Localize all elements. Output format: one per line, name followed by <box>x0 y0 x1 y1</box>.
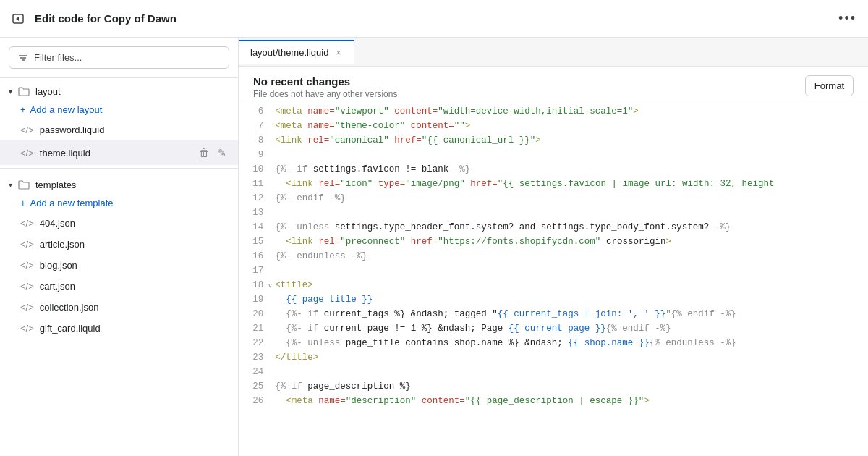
line-code: <meta name="viewport" content="width=dev… <box>275 104 868 119</box>
back-button[interactable] <box>12 12 26 26</box>
format-button[interactable]: Format <box>805 75 854 96</box>
file-code-icon: </> <box>20 218 34 229</box>
file-item-article-json[interactable]: </> article.json <box>0 234 238 255</box>
table-row: 8 <link rel="canonical" href="{{ canonic… <box>239 133 868 148</box>
table-row: 19 {{ page_title }} <box>239 292 868 307</box>
file-item-password-liquid[interactable]: </> password.liquid <box>0 119 238 140</box>
delete-file-button[interactable]: 🗑 <box>196 145 212 160</box>
chevron-down-icon: ▾ <box>9 181 12 189</box>
file-name: password.liquid <box>40 124 229 135</box>
file-item-collection-json[interactable]: </> collection.json <box>0 297 238 318</box>
table-row: 24 <box>239 365 868 379</box>
line-number: 26 <box>239 394 275 408</box>
line-code: <meta name="theme-color" content=""> <box>275 119 868 133</box>
tab-close-button[interactable]: × <box>334 48 342 58</box>
line-number: 17 <box>239 263 275 278</box>
line-code: {%- endif -%} <box>275 191 868 206</box>
line-code: {{ page_title }} <box>275 292 868 307</box>
line-code: <link rel="icon" type="image/png" href="… <box>275 177 868 191</box>
editor-panel: layout/theme.liquid × No recent changes … <box>239 38 868 456</box>
table-row: 9 <box>239 148 868 162</box>
file-actions: 🗑 ✎ <box>196 145 229 160</box>
table-row: 22 {%- unless page_title contains shop.n… <box>239 336 868 350</box>
line-code: {%- if settings.favicon != blank -%} <box>275 162 868 177</box>
table-row: 6 <meta name="viewport" content="width=d… <box>239 104 868 119</box>
add-template-icon: + <box>20 198 26 208</box>
line-number: 23 <box>239 350 275 365</box>
header: Edit code for Copy of Dawn ••• <box>0 0 868 38</box>
edit-file-button[interactable]: ✎ <box>215 145 229 160</box>
section-templates-label: templates <box>35 180 76 190</box>
no-changes-subtitle: File does not have any other versions <box>253 89 397 99</box>
sidebar: Filter files... ▾ layout + Add a new lay… <box>0 38 239 456</box>
line-number: 9 <box>239 148 275 162</box>
code-editor[interactable]: 6 <meta name="viewport" content="width=d… <box>239 104 868 456</box>
add-template-label: Add a new template <box>30 198 114 208</box>
add-layout-link[interactable]: + Add a new layout <box>0 100 238 119</box>
file-item-gift-card-liquid[interactable]: </> gift_card.liquid <box>0 318 238 339</box>
line-code: {%- if current_page != 1 %} &ndash; Page… <box>275 321 868 336</box>
line-code <box>275 365 868 379</box>
add-template-link[interactable]: + Add a new template <box>0 193 238 213</box>
no-changes-info: No recent changes File does not have any… <box>253 75 397 99</box>
line-code <box>275 148 868 162</box>
file-name: gift_card.liquid <box>40 323 229 334</box>
section-layout-header[interactable]: ▾ layout <box>0 78 238 100</box>
filter-input[interactable]: Filter files... <box>9 46 229 69</box>
file-name: article.json <box>40 239 229 250</box>
section-layout: ▾ layout + Add a new layout </> password… <box>0 78 238 165</box>
line-code: {%- unless page_title contains shop.name… <box>275 336 868 350</box>
file-item-theme-liquid[interactable]: </> theme.liquid 🗑 ✎ <box>0 140 238 165</box>
add-layout-label: Add a new layout <box>30 104 103 115</box>
section-templates-header[interactable]: ▾ templates <box>0 172 238 193</box>
table-row: 13 <box>239 206 868 220</box>
line-code: {% if page_description %} <box>275 379 868 394</box>
add-layout-icon: + <box>20 104 26 115</box>
table-row: 11 <link rel="icon" type="image/png" hre… <box>239 177 868 191</box>
page-title: Edit code for Copy of Dawn <box>35 12 830 25</box>
table-row: 17 <box>239 263 868 278</box>
file-code-icon: </> <box>20 148 34 159</box>
filter-placeholder: Filter files... <box>34 52 82 63</box>
table-row: 10 {%- if settings.favicon != blank -%} <box>239 162 868 177</box>
line-number: 12 <box>239 191 275 206</box>
filter-bar: Filter files... <box>0 38 238 78</box>
line-code: <link rel="canonical" href="{{ canonical… <box>275 133 868 148</box>
tab-theme-liquid[interactable]: layout/theme.liquid × <box>239 40 354 64</box>
table-row: 25 {% if page_description %} <box>239 379 868 394</box>
file-code-icon: </> <box>20 124 34 135</box>
file-code-icon: </> <box>20 281 34 292</box>
line-number: 25 <box>239 379 275 394</box>
line-number: 10 <box>239 162 275 177</box>
line-number: 19 <box>239 292 275 307</box>
no-changes-bar: No recent changes File does not have any… <box>239 67 868 104</box>
line-code: {%- if current_tags %} &ndash; tagged "{… <box>275 307 868 321</box>
file-item-blog-json[interactable]: </> blog.json <box>0 255 238 276</box>
line-number: 16 <box>239 249 275 263</box>
section-templates: ▾ templates + Add a new template </> 404… <box>0 172 238 339</box>
file-name: collection.json <box>40 302 229 313</box>
file-name: theme.liquid <box>40 148 190 159</box>
line-code: {%- unless settings.type_header_font.sys… <box>275 220 868 235</box>
more-options-button[interactable]: ••• <box>838 11 856 26</box>
table-row: 14 {%- unless settings.type_header_font.… <box>239 220 868 235</box>
line-number: 15 <box>239 235 275 249</box>
file-name: 404.json <box>40 218 229 229</box>
table-row: 20 {%- if current_tags %} &ndash; tagged… <box>239 307 868 321</box>
tab-label: layout/theme.liquid <box>250 47 328 58</box>
tab-bar: layout/theme.liquid × <box>239 38 868 67</box>
line-number: 8 <box>239 133 275 148</box>
line-number: 7 <box>239 119 275 133</box>
file-code-icon: </> <box>20 302 34 313</box>
table-row: 15 <link rel="preconnect" href="https://… <box>239 235 868 249</box>
file-item-404-json[interactable]: </> 404.json <box>0 213 238 234</box>
line-number: 13 <box>239 206 275 220</box>
file-name: cart.json <box>40 281 229 292</box>
file-item-cart-json[interactable]: </> cart.json <box>0 276 238 297</box>
folder-icon <box>18 179 30 190</box>
chevron-down-icon: ▾ <box>9 88 12 96</box>
line-number: 6 <box>239 104 275 119</box>
filter-icon <box>18 53 28 63</box>
no-changes-title: No recent changes <box>253 75 397 88</box>
line-number: 20 <box>239 307 275 321</box>
